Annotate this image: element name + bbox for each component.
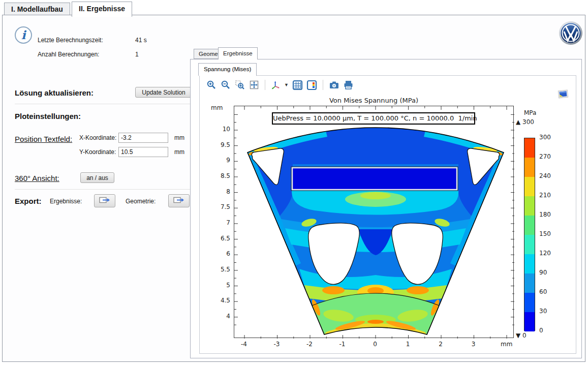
color-legend-icon[interactable]: [306, 80, 317, 90]
last-calc-time-value: 41 s: [135, 37, 147, 44]
calc-count-label: Anzahl Berechnungen:: [38, 51, 99, 58]
grid-icon[interactable]: [292, 80, 303, 90]
y-tick-label: 4: [210, 313, 230, 320]
mises-contour-plot: [234, 106, 514, 339]
plot-toolbar: ▼: [206, 78, 354, 92]
last-calc-time-label: Letzte Berechnungszeit:: [38, 37, 103, 44]
vw-logo: [559, 21, 583, 47]
magnet-slot: [292, 168, 457, 190]
colorbar-tick-label: 60: [539, 288, 547, 295]
tab-modellaufbau[interactable]: I. Modellaufbau: [4, 3, 70, 15]
colorbar: [524, 138, 535, 331]
export-icon: [99, 196, 110, 204]
axis-orientation-icon[interactable]: [271, 80, 282, 90]
x-tick-label: 3: [465, 341, 482, 348]
y-tick-label: 6: [210, 250, 230, 257]
colorbar-tick-label: 0: [539, 327, 543, 334]
colorbar-min-marker: ▼ 0: [516, 332, 527, 339]
y-tick-label: 9: [210, 157, 230, 164]
x-tick-label: -4: [235, 341, 253, 348]
y-tick-label: 8: [210, 188, 230, 195]
colorbar-max-marker: ▲ 300: [516, 118, 534, 126]
y-tick-label: 9.5: [210, 141, 230, 148]
colorbar-tick-label: 270: [539, 153, 551, 160]
tab-spannung-mises[interactable]: Spannung (Mises): [198, 63, 257, 76]
export-geometry-button[interactable]: [168, 194, 190, 207]
colorbar-tick-label: 300: [539, 134, 551, 141]
x-tick-label: 1: [399, 341, 417, 348]
x-axis-unit: mm: [501, 341, 512, 348]
y-tick-label: 6.5: [210, 235, 230, 242]
update-solution-button[interactable]: Update Solution: [135, 87, 192, 98]
colorbar-unit: MPa: [524, 109, 536, 116]
colorbar-tick-label: 30: [539, 308, 547, 315]
snapshot-icon[interactable]: [329, 80, 339, 90]
export-icon: [173, 196, 184, 204]
x-tick-label: -3: [268, 341, 286, 348]
x-coordinate-input[interactable]: [118, 133, 168, 143]
y-tick-label: 5.5: [210, 266, 230, 273]
zoom-extents-icon[interactable]: [249, 80, 259, 90]
y-tick-label: 5: [210, 282, 230, 289]
export-results-label: Ergebnisse:: [50, 198, 82, 205]
colorbar-tick-label: 120: [539, 250, 551, 257]
divider: [15, 104, 193, 104]
zoom-in-icon[interactable]: [206, 80, 216, 90]
zoom-out-icon[interactable]: [220, 80, 231, 90]
export-heading: Export:: [15, 197, 42, 205]
colorbar-tick-label: 210: [539, 192, 551, 199]
tab-ergebnisse[interactable]: II. Ergebnisse: [72, 2, 132, 17]
x-tick-label: -1: [334, 341, 351, 348]
view-360-label: 360° Ansicht:: [15, 174, 59, 182]
zoom-box-icon[interactable]: [234, 80, 245, 90]
colorbar-tick-label: 90: [539, 269, 547, 276]
info-icon: i: [15, 26, 32, 44]
x-coordinate-label: X-Koordinate:: [79, 134, 116, 141]
plot-settings-heading: Ploteinstellungen:: [15, 112, 81, 120]
stress-contours: [247, 128, 504, 334]
y-tick-label: 7: [210, 219, 230, 226]
textfield-position-label: Position Textfeld:: [15, 135, 72, 143]
axis-orientation-caret[interactable]: ▼: [284, 82, 289, 87]
y-tick-label: 4.5: [210, 297, 230, 304]
export-results-button[interactable]: [94, 194, 115, 207]
plot-canvas[interactable]: [234, 106, 514, 338]
update-solution-heading: Lösung aktualisieren:: [15, 88, 94, 97]
y-coordinate-label: Y-Koordinate:: [79, 148, 116, 156]
divider: [15, 189, 193, 190]
colorbar-tick-label: 240: [539, 172, 551, 179]
tab-right-ergebnisse[interactable]: Ergebnisse: [218, 47, 258, 59]
export-geometry-label: Geometrie:: [126, 198, 156, 205]
x-tick-label: -2: [301, 341, 318, 348]
y-tick-label: 8.5: [210, 172, 230, 179]
app-window: i Letzte Berechnungszeit: 41 s Anzahl Be…: [2, 15, 585, 362]
x-tick-label: 2: [432, 341, 449, 348]
toolbar-separator: [265, 80, 265, 90]
y-tick-label: 7.5: [210, 203, 230, 210]
x-unit-label: mm: [174, 134, 184, 141]
x-tick-label: 0: [366, 341, 384, 348]
plot-title: Von Mises Spannung (MPa): [234, 97, 514, 104]
plot-window-icon[interactable]: [558, 89, 569, 101]
calc-count-value: 1: [135, 51, 139, 58]
y-axis-unit: mm: [211, 104, 223, 111]
y-unit-label: mm: [174, 148, 184, 156]
y-tick-label: 10: [210, 126, 230, 133]
y-coordinate-input[interactable]: [118, 147, 168, 157]
view-360-toggle-button[interactable]: an / aus: [80, 172, 114, 183]
graphics-area[interactable]: ▼ Von Mises Spannung (MPa) UebPress = 10…: [199, 75, 576, 354]
results-panel: Spannung (Mises) ▼ V: [190, 59, 582, 358]
colorbar-tick-label: 150: [539, 230, 551, 237]
colorbar-tick-label: 180: [539, 211, 551, 218]
toolbar-separator: [323, 80, 323, 90]
print-icon[interactable]: [343, 80, 354, 90]
